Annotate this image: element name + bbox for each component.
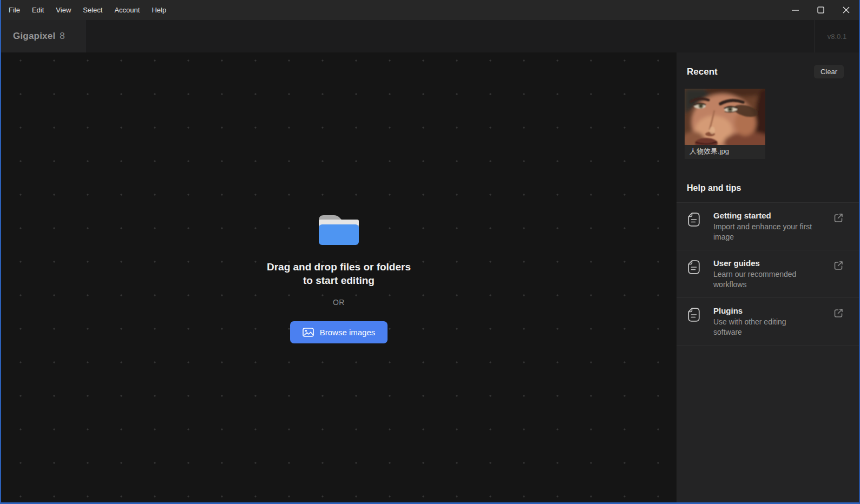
document-icon	[688, 308, 700, 322]
menu-help[interactable]: Help	[146, 0, 172, 20]
maximize-button[interactable]	[808, 0, 833, 20]
menu-account[interactable]: Account	[108, 0, 146, 20]
sidebar: Recent Clear	[677, 52, 859, 502]
recent-item-filename: 人物效果.jpg	[685, 145, 765, 159]
dropzone-title: Drag and drop files or folders to start …	[267, 260, 411, 287]
app-version-number: 8	[60, 31, 64, 42]
external-link-icon	[833, 260, 844, 271]
menu-edit[interactable]: Edit	[26, 0, 50, 20]
recent-item[interactable]: 人物效果.jpg	[685, 89, 765, 159]
recent-title: Recent	[687, 67, 718, 77]
version-label: v8.0.1	[815, 20, 859, 52]
app-name: Gigapixel	[13, 31, 55, 42]
help-item-title: User guides	[713, 258, 816, 268]
canvas-dropzone[interactable]: Drag and drop files or folders to start …	[1, 52, 677, 502]
minimize-icon	[792, 10, 799, 11]
help-and-tips-title: Help and tips	[677, 183, 859, 203]
app-window: File Edit View Select Account Help	[0, 0, 860, 504]
drop-area: Drag and drop files or folders to start …	[267, 211, 411, 343]
help-item-title: Getting started	[713, 211, 816, 220]
menu-view[interactable]: View	[50, 0, 77, 20]
help-item-getting-started[interactable]: Getting started Import and enhance your …	[677, 203, 859, 250]
maximize-icon	[817, 6, 824, 14]
menu-items: File Edit View Select Account Help	[1, 0, 172, 20]
app-logo[interactable]: Gigapixel 8	[1, 20, 86, 52]
or-divider-label: OR	[333, 298, 345, 307]
document-icon	[688, 260, 700, 274]
external-link-icon	[833, 308, 844, 319]
image-icon	[303, 328, 314, 337]
recent-header: Recent Clear	[677, 52, 859, 78]
external-link-icon	[833, 213, 844, 223]
window-controls	[783, 0, 859, 20]
browse-images-label: Browse images	[320, 328, 376, 337]
clear-recent-button[interactable]: Clear	[814, 65, 844, 78]
help-item-subtitle: Learn our recommended workflows	[713, 269, 816, 290]
help-item-subtitle: Import and enhance your first image	[713, 222, 816, 242]
help-item-texts: Plugins Use with other editing software	[713, 306, 816, 337]
close-icon	[843, 6, 850, 14]
browse-images-button[interactable]: Browse images	[290, 321, 388, 343]
help-item-subtitle: Use with other editing software	[713, 317, 816, 337]
help-item-texts: Getting started Import and enhance your …	[713, 211, 816, 242]
document-icon	[688, 213, 700, 227]
help-item-title: Plugins	[713, 306, 816, 315]
help-item-plugins[interactable]: Plugins Use with other editing software	[677, 298, 859, 346]
menu-bar: File Edit View Select Account Help	[1, 0, 859, 20]
minimize-button[interactable]	[783, 0, 808, 20]
header-spacer	[86, 20, 815, 52]
help-item-texts: User guides Learn our recommended workfl…	[713, 258, 816, 290]
menu-file[interactable]: File	[3, 0, 26, 20]
app-header: Gigapixel 8 v8.0.1	[1, 20, 859, 52]
help-item-user-guides[interactable]: User guides Learn our recommended workfl…	[677, 250, 859, 298]
menu-select[interactable]: Select	[77, 0, 108, 20]
sidebar-filler	[677, 346, 859, 502]
recent-thumbnail	[685, 89, 765, 145]
close-button[interactable]	[833, 0, 859, 20]
folder-icon	[318, 211, 360, 245]
